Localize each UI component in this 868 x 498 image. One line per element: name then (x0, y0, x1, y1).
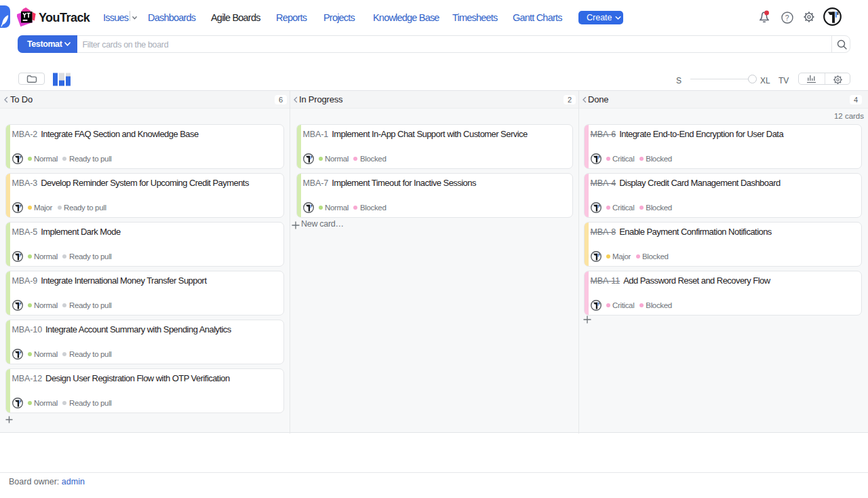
svg-text:?: ? (785, 14, 789, 22)
